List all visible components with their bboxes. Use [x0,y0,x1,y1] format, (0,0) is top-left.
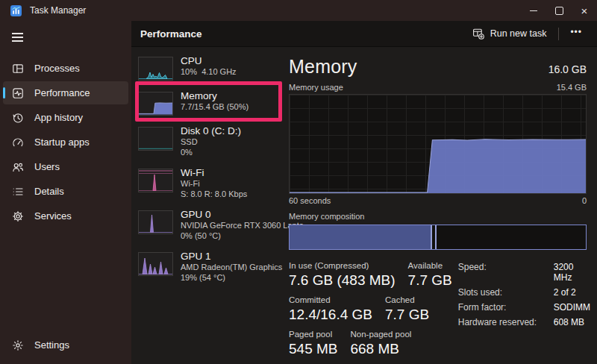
sidebar-item-label: App history [34,112,83,123]
perf-item-sub: 10% 4.10 GHz [181,67,237,78]
performance-content: CPU 10% 4.10 GHz Memory 7.7/15.4 GB (50%… [131,46,597,364]
usage-scale-row: Memory usage 15.4 GB [289,83,587,92]
sidebar-item-label: Details [34,186,64,197]
maximize-button[interactable] [546,0,572,21]
x-axis-left-label: 60 seconds [289,196,331,205]
stat-label: Committed [289,295,372,304]
memory-composition-bar[interactable] [289,225,587,250]
perf-item-title: Memory [181,90,249,102]
perf-item-gpu1[interactable]: GPU 1 AMD Radeon(TM) Graphics 19% (54 °C… [138,251,286,283]
memory-stats: In use (Compressed) 7.6 GB (483 MB) Avai… [289,261,587,364]
detail-value: 608 MB [554,317,584,327]
composition-segment-in-use [290,225,432,249]
detail-label: Form factor: [458,302,554,313]
main-panel: Performance Run new task [131,21,597,364]
memory-capacity: 16.0 GB [548,63,587,75]
run-new-task-label: Run new task [490,28,547,39]
sidebar-item-label: Users [34,161,60,172]
gpu0-mini-graph [138,210,173,234]
settings-gear-icon [12,339,24,351]
run-new-task-button[interactable]: Run new task [466,24,554,43]
detail-value: SODIMM [554,302,590,313]
perf-item-disk0[interactable]: Disk 0 (C: D:) SSD 0% [138,125,286,157]
window-title: Task Manager [30,5,86,16]
performance-list: CPU 10% 4.10 GHz Memory 7.7/15.4 GB (50%… [131,47,286,364]
detail-label: Slots used: [458,287,554,298]
perf-item-sub: 0% (50 °C) [181,231,286,242]
sidebar-item-label: Performance [34,87,90,98]
x-axis-right-label: 0 [582,196,587,205]
scale-max-label: 15.4 GB [557,83,587,92]
perf-item-text: GPU 0 NVIDIA GeForce RTX 3060 Lapto... 0… [181,209,286,241]
stat-value: 668 MB [350,341,411,357]
perf-item-text: CPU 10% 4.10 GHz [181,55,237,81]
memory-mini-graph [138,92,173,116]
stat-value: 12.4/16.4 GB [289,307,372,323]
stat-paged-pool: Paged pool 545 MB [289,330,337,357]
perf-item-sub: 19% (54 °C) [181,273,282,283]
detail-row-speed: Speed: 3200 MHz [458,262,590,283]
close-icon: × [581,5,588,16]
detail-header: Memory 16.0 GB [289,56,587,78]
perf-item-text: Disk 0 (C: D:) SSD 0% [181,125,241,157]
perf-item-memory[interactable]: Memory 7.7/15.4 GB (50%) [138,90,286,116]
more-options-button[interactable]: ••• [564,25,588,43]
gpu1-mini-graph [138,252,173,276]
stat-row: Paged pool 545 MB Non-paged pool 668 MB [289,330,452,357]
perf-item-text: Memory 7.7/15.4 GB (50%) [181,90,249,116]
stat-available: Available 7.7 GB [408,261,452,289]
sidebar-item-label: Settings [34,339,69,351]
titlebar: Task Manager × [0,0,597,21]
perf-item-gpu0[interactable]: GPU 0 NVIDIA GeForce RTX 3060 Lapto... 0… [138,209,286,241]
memory-usage-area [290,139,586,194]
stat-committed: Committed 12.4/16.4 GB [289,295,372,323]
perf-item-text: Wi-Fi Wi-Fi S: 8.0 R: 8.0 Kbps [181,167,247,199]
sidebar-item-startup-apps[interactable]: Startup apps [3,131,128,154]
task-manager-app-icon [10,5,22,16]
stat-row: Committed 12.4/16.4 GB Cached 7.7 GB [289,295,452,323]
minimize-button[interactable] [521,0,546,21]
disk-mini-graph [138,127,173,151]
selected-indicator [3,87,5,98]
detail-row-form-factor: Form factor: SODIMM [458,302,590,313]
sidebar-item-label: Startup apps [34,136,90,148]
perf-item-sub: 7.7/15.4 GB (50%) [181,102,249,113]
navigation-menu-button[interactable] [7,27,33,48]
detail-label: Speed: [458,262,554,283]
sidebar-item-app-history[interactable]: App history [3,106,128,129]
sidebar-item-settings[interactable]: Settings [3,333,128,357]
task-manager-window: Task Manager × Processes Performance [0,0,597,364]
ellipsis-icon: ••• [570,27,582,37]
details-icon [12,186,24,198]
minimize-icon [530,10,537,11]
startup-apps-icon [12,136,24,148]
stat-value: 7.7 GB [385,307,429,323]
memory-usage-chart[interactable] [289,94,587,194]
sidebar-item-services[interactable]: Services [3,204,128,228]
sidebar-item-processes[interactable]: Processes [3,57,128,80]
perf-item-text: GPU 1 AMD Radeon(TM) Graphics 19% (54 °C… [181,251,282,283]
detail-label: Hardware reserved: [458,317,554,327]
perf-item-wifi[interactable]: Wi-Fi Wi-Fi S: 8.0 R: 8.0 Kbps [138,167,286,199]
stat-label: Non-paged pool [350,330,411,339]
sidebar-item-details[interactable]: Details [3,180,128,203]
close-button[interactable]: × [572,0,597,21]
perf-item-cpu[interactable]: CPU 10% 4.10 GHz [138,55,286,81]
perf-item-title: CPU [181,55,237,67]
stat-in-use: In use (Compressed) 7.6 GB (483 MB) [289,261,396,289]
perf-item-sub: S: 8.0 R: 8.0 Kbps [181,189,247,200]
stat-label: In use (Compressed) [289,261,396,270]
users-icon [12,161,24,173]
chart-x-axis: 60 seconds 0 [289,196,587,205]
new-task-icon [472,28,484,40]
wifi-mini-graph [138,169,173,192]
sidebar-item-performance[interactable]: Performance [3,81,128,104]
stat-label: Paged pool [289,330,337,339]
memory-hardware-details: Speed: 3200 MHz Slots used: 2 of 2 Form … [458,261,590,364]
sidebar-item-users[interactable]: Users [3,155,128,178]
page-title: Performance [140,28,202,40]
detail-value: 2 of 2 [554,287,576,298]
detail-row-slots: Slots used: 2 of 2 [458,287,590,298]
stat-non-paged-pool: Non-paged pool 668 MB [350,330,411,357]
perf-item-sub: SSD [181,137,241,148]
